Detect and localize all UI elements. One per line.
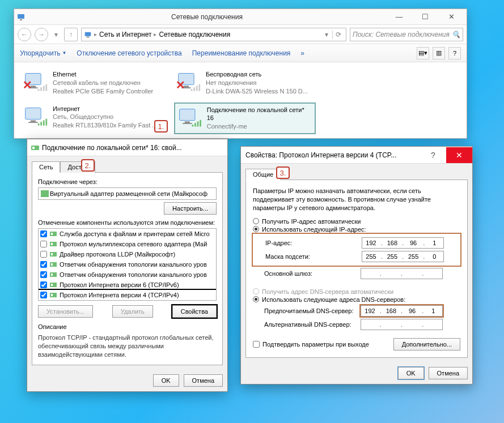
component-row[interactable]: Драйвер протокола LLDP (Майкрософт): [39, 249, 216, 259]
ip-address-input[interactable]: 192.168.96.1: [362, 237, 444, 249]
radio-use-ip[interactable]: Использовать следующий IP-адрес:: [253, 226, 460, 233]
dns1-input[interactable]: 192.168.96.1: [361, 305, 443, 317]
tab-network[interactable]: Сеть: [32, 161, 60, 173]
radio-use-dns[interactable]: Использовать следующие адреса DNS-сервер…: [253, 296, 460, 303]
svg-rect-7: [38, 89, 40, 91]
component-label: Служба доступа к файлам и принтерам сете…: [60, 230, 210, 237]
protocol-icon: [49, 260, 57, 268]
svg-rect-2: [85, 32, 91, 36]
maximize-button[interactable]: ☐: [412, 10, 438, 24]
svg-rect-18: [26, 108, 41, 119]
component-row[interactable]: Ответчик обнаружения топологии канальног…: [39, 270, 216, 280]
remove-button[interactable]: Удалить: [112, 305, 153, 318]
component-properties-button[interactable]: Свойства: [172, 305, 217, 318]
refresh-icon[interactable]: ⟳: [332, 31, 344, 39]
svg-rect-35: [51, 233, 53, 235]
back-button[interactable]: ←: [18, 28, 31, 41]
connection-list: Ethernet Сетевой кабель не подключен Rea…: [14, 62, 467, 140]
subnet-mask-input[interactable]: 255.255.255.0: [362, 251, 444, 262]
component-label: Протокол мультиплексора сетевого адаптер…: [60, 241, 207, 247]
connection-item[interactable]: Интернет Сеть, Общедоступно Realtek RTL8…: [21, 102, 163, 135]
history-dropdown[interactable]: ▾: [52, 28, 61, 41]
component-checkbox[interactable]: [40, 251, 47, 258]
component-checkbox[interactable]: [40, 261, 47, 268]
ipv4-titlebar: Свойства: Протокол Интернета версии 4 (T…: [241, 147, 472, 164]
component-checkbox[interactable]: [40, 241, 47, 247]
svg-rect-16: [196, 86, 198, 91]
breadcrumb[interactable]: ▸ Сеть и Интернет ▸ Сетевые подключения …: [81, 28, 346, 41]
help-button[interactable]: ?: [420, 147, 446, 163]
gateway-input[interactable]: ...: [361, 268, 443, 279]
properties-titlebar: Подключение по локальной сети* 16: свой.…: [27, 139, 227, 156]
install-button[interactable]: Установить...: [38, 305, 93, 318]
component-row[interactable]: Протокол мультиплексора сетевого адаптер…: [39, 239, 216, 249]
svg-rect-15: [193, 87, 195, 91]
forward-button[interactable]: →: [35, 28, 48, 41]
svg-rect-26: [185, 121, 190, 123]
configure-button[interactable]: Настроить...: [164, 202, 217, 215]
connection-item[interactable]: Беспроводная сеть Нет подключения D-Link…: [174, 68, 316, 98]
svg-rect-39: [51, 253, 53, 255]
svg-rect-1: [20, 19, 22, 20]
breadcrumb-dropdown-icon[interactable]: ▾: [321, 31, 332, 39]
components-list[interactable]: Служба доступа к файлам и принтерам сете…: [38, 228, 217, 301]
svg-rect-47: [51, 294, 53, 296]
close-button[interactable]: ✕: [438, 10, 464, 24]
component-label: Ответчик обнаружения топологии канальног…: [60, 271, 207, 278]
breadcrumb-seg1[interactable]: Сеть и Интернет: [99, 31, 151, 39]
svg-rect-12: [184, 86, 189, 88]
command-bar: Упорядочить ▼ Отключение сетевого устрой…: [14, 44, 467, 62]
svg-rect-41: [51, 263, 53, 266]
component-checkbox[interactable]: [40, 230, 47, 237]
help-button[interactable]: ?: [448, 47, 461, 59]
protocol-icon: [49, 281, 57, 289]
component-row[interactable]: Служба доступа к файлам и принтерам сете…: [39, 229, 216, 239]
component-row[interactable]: Протокол Интернета версии 6 (TCP/IPv6): [39, 280, 216, 290]
component-row[interactable]: Ответчик обнаружения топологии канальног…: [39, 259, 216, 270]
cancel-button[interactable]: Отмена: [184, 374, 223, 387]
svg-rect-21: [38, 123, 40, 126]
dns2-input[interactable]: ...: [361, 319, 443, 330]
validate-checkbox[interactable]: Подтвердить параметры при выходе: [253, 341, 369, 348]
radio-auto-ip[interactable]: Получить IP-адрес автоматически: [253, 218, 460, 225]
svg-rect-22: [40, 122, 42, 125]
svg-rect-38: [50, 252, 57, 257]
svg-rect-36: [50, 242, 57, 246]
view-options-button[interactable]: ▤▾: [417, 47, 429, 59]
organize-menu[interactable]: Упорядочить ▼: [20, 49, 66, 57]
more-commands-chevron[interactable]: »: [300, 49, 304, 57]
rename-connection-button[interactable]: Переименование подключения: [192, 49, 291, 57]
breadcrumb-seg2[interactable]: Сетевые подключения: [159, 31, 230, 39]
cancel-button[interactable]: Отмена: [429, 367, 468, 379]
component-label: Ответчик обнаружения топологии канальног…: [60, 261, 207, 268]
svg-rect-40: [50, 262, 57, 267]
monitor-icon: [23, 70, 48, 95]
protocol-icon: [49, 250, 57, 258]
ok-button[interactable]: OK: [398, 367, 424, 379]
minimize-button[interactable]: —: [386, 10, 412, 24]
details-pane-button[interactable]: ▥: [433, 47, 445, 59]
ipv4-intro: Параметры IP можно назначать автоматичес…: [253, 187, 460, 212]
monitor-icon: [23, 105, 48, 130]
connect-using-label: Подключение через:: [38, 178, 217, 185]
svg-rect-9: [43, 86, 45, 91]
tab-general[interactable]: Общие: [245, 169, 281, 180]
connection-item[interactable]: Подключение по локальной сети* 16 Connec…: [174, 102, 316, 135]
component-checkbox[interactable]: [40, 281, 47, 288]
component-label: Протокол Интернета версии 6 (TCP/IPv6): [60, 281, 179, 288]
connection-item[interactable]: Ethernet Сетевой кабель не подключен Rea…: [21, 68, 163, 98]
close-button[interactable]: ✕: [446, 147, 472, 163]
ok-button[interactable]: OK: [153, 374, 179, 387]
advanced-button[interactable]: Дополнительно...: [393, 338, 460, 351]
app-icon: [16, 12, 26, 22]
svg-rect-4: [26, 74, 41, 85]
connection-title: Интернет: [53, 105, 157, 113]
component-row[interactable]: Протокол Интернета версии 4 (TCP/IPv4): [39, 290, 216, 300]
disable-device-button[interactable]: Отключение сетевого устройства: [77, 49, 181, 57]
component-checkbox[interactable]: [40, 271, 47, 278]
svg-rect-11: [179, 74, 194, 85]
component-label: Протокол Интернета версии 4 (TCP/IPv4): [60, 292, 179, 298]
component-checkbox[interactable]: [40, 292, 47, 298]
search-input[interactable]: Поиск: Сетевые подключения 🔍: [350, 28, 463, 41]
up-button[interactable]: ↑: [64, 28, 78, 41]
